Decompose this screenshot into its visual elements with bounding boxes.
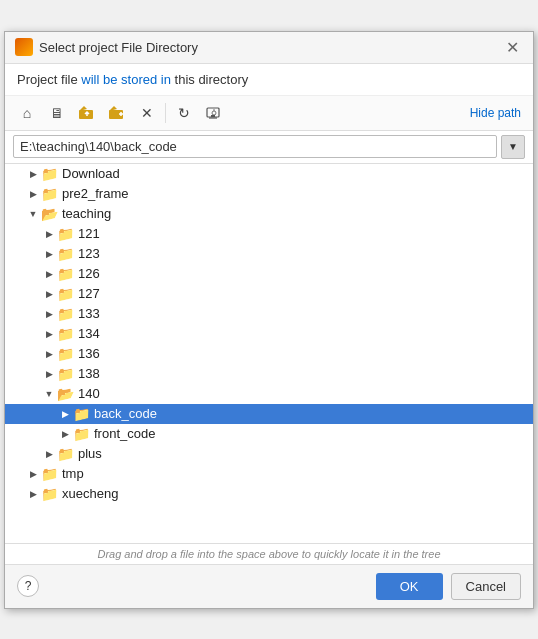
tree-label-133: 133: [78, 306, 533, 321]
tree-item-teaching[interactable]: ▼ 📂 teaching: [5, 204, 533, 224]
folder-icon-140: 📂: [57, 386, 74, 402]
expand-136[interactable]: ▶: [41, 346, 57, 362]
path-input[interactable]: [13, 135, 497, 158]
help-button[interactable]: ?: [17, 575, 39, 597]
folder-icon-127: 📁: [57, 286, 74, 302]
delete-icon[interactable]: ✕: [133, 100, 161, 126]
dialog: Select project File Directory ✕ Project …: [4, 31, 534, 609]
expand-140[interactable]: ▼: [41, 386, 57, 402]
tree-item-tmp[interactable]: ▶ 📁 tmp: [5, 464, 533, 484]
expand-plus[interactable]: ▶: [41, 446, 57, 462]
expand-134[interactable]: ▶: [41, 326, 57, 342]
folder-icon-123: 📁: [57, 246, 74, 262]
tree-label-140: 140: [78, 386, 533, 401]
folder-icon-xuecheng: 📁: [41, 486, 58, 502]
folder-icon-tmp: 📁: [41, 466, 58, 482]
path-bar: ▼: [5, 131, 533, 164]
expand-138[interactable]: ▶: [41, 366, 57, 382]
folder-icon-136: 📁: [57, 346, 74, 362]
tree-item-138[interactable]: ▶ 📁 138: [5, 364, 533, 384]
subtitle-bar: Project file will be stored in this dire…: [5, 64, 533, 96]
title-bar-left: Select project File Directory: [15, 38, 198, 56]
tree-item-127[interactable]: ▶ 📁 127: [5, 284, 533, 304]
file-tree: ▶ 📁 Download ▶ 📁 pre2_frame ▼ 📂 teaching…: [5, 164, 533, 544]
tree-label-138: 138: [78, 366, 533, 381]
expand-126[interactable]: ▶: [41, 266, 57, 282]
tree-item-140[interactable]: ▼ 📂 140: [5, 384, 533, 404]
tree-item-front-code[interactable]: ▶ 📁 front_code: [5, 424, 533, 444]
expand-pre2-frame[interactable]: ▶: [25, 186, 41, 202]
path-dropdown-button[interactable]: ▼: [501, 135, 525, 159]
toolbar-left: ⌂ 🖥 ✕ ↻: [13, 100, 228, 126]
tree-label-teaching: teaching: [62, 206, 533, 221]
tree-item-123[interactable]: ▶ 📁 123: [5, 244, 533, 264]
folder-icon-back-code: 📁: [73, 406, 90, 422]
home-icon[interactable]: ⌂: [13, 100, 41, 126]
svg-rect-0: [79, 110, 93, 119]
tree-label-plus: plus: [78, 446, 533, 461]
folder-icon-download: 📁: [41, 166, 58, 182]
folder-icon-plus: 📁: [57, 446, 74, 462]
tree-item-136[interactable]: ▶ 📁 136: [5, 344, 533, 364]
tree-item-134[interactable]: ▶ 📁 134: [5, 324, 533, 344]
tree-item-pre2-frame[interactable]: ▶ 📁 pre2_frame: [5, 184, 533, 204]
folder-up-icon[interactable]: [73, 100, 101, 126]
folder-icon-134: 📁: [57, 326, 74, 342]
folder-icon-front-code: 📁: [73, 426, 90, 442]
tree-item-plus[interactable]: ▶ 📁 plus: [5, 444, 533, 464]
folder-icon-126: 📁: [57, 266, 74, 282]
app-icon: [15, 38, 33, 56]
folder-icon-teaching: 📂: [41, 206, 58, 222]
tree-label-download: Download: [62, 166, 533, 181]
tree-item-xuecheng[interactable]: ▶ 📁 xuecheng: [5, 484, 533, 504]
tree-label-123: 123: [78, 246, 533, 261]
tree-item-121[interactable]: ▶ 📁 121: [5, 224, 533, 244]
footer-buttons: OK Cancel: [376, 573, 521, 600]
tree-label-136: 136: [78, 346, 533, 361]
title-bar: Select project File Directory ✕: [5, 32, 533, 64]
footer: ? OK Cancel: [5, 564, 533, 608]
toolbar: ⌂ 🖥 ✕ ↻: [5, 96, 533, 131]
refresh-icon[interactable]: ↻: [170, 100, 198, 126]
tree-label-127: 127: [78, 286, 533, 301]
expand-download[interactable]: ▶: [25, 166, 41, 182]
tree-label-back-code: back_code: [94, 406, 533, 421]
tree-label-tmp: tmp: [62, 466, 533, 481]
expand-front-code[interactable]: ▶: [57, 426, 73, 442]
expand-tmp[interactable]: ▶: [25, 466, 41, 482]
close-button[interactable]: ✕: [502, 38, 523, 57]
folder-icon-133: 📁: [57, 306, 74, 322]
tree-item-download[interactable]: ▶ 📁 Download: [5, 164, 533, 184]
expand-teaching[interactable]: ▼: [25, 206, 41, 222]
expand-123[interactable]: ▶: [41, 246, 57, 262]
tree-label-front-code: front_code: [94, 426, 533, 441]
desktop-icon[interactable]: 🖥: [43, 100, 71, 126]
tree-label-126: 126: [78, 266, 533, 281]
tree-label-121: 121: [78, 226, 533, 241]
tree-item-back-code[interactable]: ▶ 📁 back_code: [5, 404, 533, 424]
expand-back-code[interactable]: ▶: [57, 406, 73, 422]
expand-133[interactable]: ▶: [41, 306, 57, 322]
drag-hint: Drag and drop a file into the space abov…: [5, 544, 533, 564]
dialog-title: Select project File Directory: [39, 40, 198, 55]
expand-121[interactable]: ▶: [41, 226, 57, 242]
folder-icon-pre2-frame: 📁: [41, 186, 58, 202]
folder-icon-121: 📁: [57, 226, 74, 242]
network-icon[interactable]: [200, 100, 228, 126]
tree-label-xuecheng: xuecheng: [62, 486, 533, 501]
tree-label-134: 134: [78, 326, 533, 341]
tree-item-126[interactable]: ▶ 📁 126: [5, 264, 533, 284]
tree-item-133[interactable]: ▶ 📁 133: [5, 304, 533, 324]
cancel-button[interactable]: Cancel: [451, 573, 521, 600]
expand-127[interactable]: ▶: [41, 286, 57, 302]
hide-path-button[interactable]: Hide path: [466, 104, 525, 122]
subtitle-highlight: will be stored in: [81, 72, 171, 87]
ok-button[interactable]: OK: [376, 573, 443, 600]
folder-new-icon[interactable]: [103, 100, 131, 126]
folder-icon-138: 📁: [57, 366, 74, 382]
toolbar-divider: [165, 103, 166, 123]
tree-label-pre2-frame: pre2_frame: [62, 186, 533, 201]
expand-xuecheng[interactable]: ▶: [25, 486, 41, 502]
